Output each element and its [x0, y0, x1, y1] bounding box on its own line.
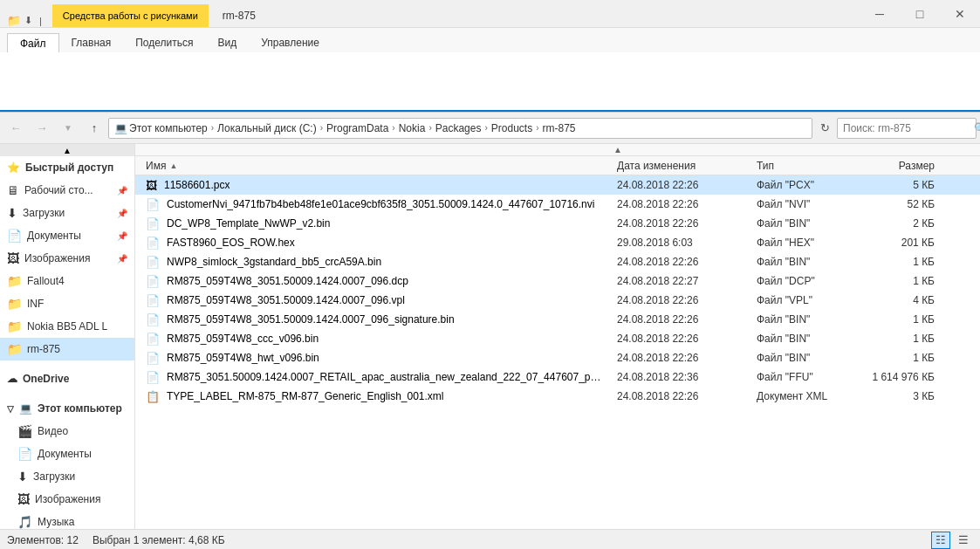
- tab-view[interactable]: Вид: [205, 33, 249, 52]
- file-date-cell: 24.08.2018 22:26: [610, 198, 750, 210]
- quick-access-icon: ⬇: [24, 15, 32, 26]
- sidebar-item-documents[interactable]: 📄 Документы 📌: [0, 224, 134, 247]
- file-type-cell: Файл "DCP": [750, 275, 854, 287]
- tab-manage[interactable]: Управление: [249, 33, 332, 52]
- toolbar-sep: |: [39, 16, 42, 26]
- close-button[interactable]: ✕: [940, 0, 980, 28]
- images2-icon: 🖼: [17, 492, 30, 506]
- maximize-button[interactable]: □: [900, 0, 940, 28]
- table-row[interactable]: 📄 FAST8960_EOS_ROW.hex 29.08.2018 6:03 Ф…: [135, 233, 980, 252]
- sidebar-item-desktop[interactable]: 🖥 Рабочий сто... 📌: [0, 179, 134, 202]
- table-row[interactable]: 📄 RM875_059T4W8_hwt_v096.bin 24.08.2018 …: [135, 348, 980, 367]
- tab-picture-tools[interactable]: Средства работы с рисунками: [52, 4, 209, 27]
- onedrive-icon: ☁: [7, 373, 17, 385]
- sort-arrow-up: ▲: [613, 145, 622, 154]
- table-row[interactable]: 📄 RM875_059T4W8_3051.50009.1424.0007_096…: [135, 271, 980, 291]
- sidebar-item-downloads2[interactable]: ⬇ Загрузки: [0, 465, 134, 488]
- col-header-name[interactable]: Имя ▲: [139, 160, 610, 172]
- table-row[interactable]: 📄 RM875_059T4W8_3051.50009.1424.0007_096…: [135, 291, 980, 310]
- file-name-cell: 📄 DC_WP8_Template_NwWP_v2.bin: [139, 217, 610, 230]
- table-row[interactable]: 📄 RM875_059T4W8_ccc_v096.bin 24.08.2018 …: [135, 329, 980, 348]
- file-type-cell: Файл "BIN": [750, 313, 854, 326]
- sidebar-item-nokia[interactable]: 📁 Nokia BB5 ADL L: [0, 315, 134, 338]
- file-name-cell: 📄 FAST8960_EOS_ROW.hex: [139, 237, 610, 250]
- file-date-cell: 24.08.2018 22:27: [610, 275, 750, 287]
- file-name-cell: 📄 RM875_059T4W8_3051.50009.1424.0007_096…: [139, 313, 610, 326]
- file-icon: 📄: [146, 371, 160, 384]
- recent-button[interactable]: ▼: [56, 117, 80, 140]
- file-name-cell: 📄 RM875_059T4W8_ccc_v096.bin: [139, 333, 610, 346]
- table-row[interactable]: 📄 DC_WP8_Template_NwWP_v2.bin 24.08.2018…: [135, 214, 980, 233]
- tab-share[interactable]: Поделиться: [123, 33, 205, 52]
- col-header-date[interactable]: Дата изменения: [610, 160, 750, 172]
- window-icon: 📁: [7, 14, 21, 27]
- sidebar-item-fallout[interactable]: 📁 Fallout4: [0, 270, 134, 292]
- status-item-count: Элементов: 12: [7, 534, 79, 546]
- file-name-text: 11586601.pcx: [164, 179, 230, 191]
- file-name-cell: 📋 TYPE_LABEL_RM-875_RM-877_Generic_Engli…: [139, 390, 610, 403]
- status-bar: Элементов: 12 Выбран 1 элемент: 4,68 КБ …: [0, 529, 980, 549]
- address-products: Products: [491, 122, 532, 134]
- file-size-cell: 4 КБ: [854, 294, 942, 306]
- back-button[interactable]: ←: [3, 117, 28, 140]
- minimize-button[interactable]: ─: [860, 0, 900, 28]
- up-button[interactable]: ↑: [82, 117, 106, 140]
- address-bar[interactable]: 💻 Этот компьютер › Локальный диск (C:) ›…: [108, 118, 812, 139]
- file-date-cell: 24.08.2018 22:26: [610, 294, 750, 306]
- file-icon: 📄: [146, 237, 160, 250]
- file-date-cell: 24.08.2018 22:26: [610, 217, 750, 230]
- sidebar-label-images: Изображения: [24, 252, 112, 264]
- forward-button[interactable]: →: [30, 117, 54, 140]
- sidebar-item-video[interactable]: 🎬 Видео: [0, 420, 134, 443]
- sidebar-onedrive[interactable]: ☁ OneDrive: [0, 367, 134, 390]
- sidebar-item-rm875[interactable]: 📁 rm-875: [0, 338, 134, 360]
- file-size-cell: 3 КБ: [854, 390, 942, 402]
- refresh-button[interactable]: ↻: [814, 118, 835, 139]
- table-row[interactable]: 🖼 11586601.pcx 24.08.2018 22:26 Файл "PC…: [135, 175, 980, 195]
- expand-icon: ▽: [7, 404, 14, 414]
- col-header-size[interactable]: Размер: [854, 160, 942, 172]
- status-selected-info: Выбран 1 элемент: 4,68 КБ: [93, 534, 225, 546]
- file-size-cell: 201 КБ: [854, 237, 942, 249]
- file-size-cell: 1 КБ: [854, 313, 942, 326]
- file-type-cell: Файл "PCX": [750, 179, 854, 191]
- sidebar-spacer2: [0, 390, 134, 397]
- table-row[interactable]: 📄 NWP8_simlock_3gstandard_bb5_crcA59A.bi…: [135, 252, 980, 271]
- table-row[interactable]: 📄 RM875_3051.50009.1424.0007_RETAIL_apac…: [135, 367, 980, 387]
- table-row[interactable]: 📄 CustomerNvi_9471fb7b4beb48fe1e01ace9cb…: [135, 195, 980, 214]
- sidebar-item-music[interactable]: 🎵 Музыка: [0, 511, 134, 529]
- sidebar-item-images2[interactable]: 🖼 Изображения: [0, 488, 134, 511]
- sidebar-label-desktop: Рабочий сто...: [24, 184, 112, 196]
- chevron-2: ›: [320, 123, 323, 133]
- pin-icon: 📌: [117, 186, 127, 196]
- view-details-btn[interactable]: ☰: [954, 532, 973, 549]
- view-list-btn[interactable]: ☷: [931, 532, 950, 549]
- col-header-type[interactable]: Тип: [750, 160, 854, 172]
- search-box[interactable]: 🔍: [837, 118, 977, 139]
- ribbon-placeholder: [7, 52, 973, 110]
- file-icon: 🖼: [146, 179, 157, 192]
- file-icon: 📋: [146, 390, 160, 403]
- sidebar-this-computer[interactable]: ▽ 💻 Этот компьютер: [0, 397, 134, 420]
- file-icon: 📄: [146, 294, 160, 307]
- tab-home[interactable]: Главная: [59, 33, 124, 52]
- sidebar-scroll-up[interactable]: ▲: [0, 144, 134, 156]
- file-size-cell: 1 КБ: [854, 352, 942, 364]
- sidebar-item-downloads[interactable]: ⬇ Загрузки 📌: [0, 202, 134, 224]
- table-row[interactable]: 📋 TYPE_LABEL_RM-875_RM-877_Generic_Engli…: [135, 387, 980, 406]
- chevron-1: ›: [211, 123, 214, 133]
- address-programdata: ProgramData: [326, 122, 388, 134]
- sidebar-item-documents2[interactable]: 📄 Документы: [0, 443, 134, 465]
- table-row[interactable]: 📄 RM875_059T4W8_3051.50009.1424.0007_096…: [135, 310, 980, 329]
- sidebar-item-inf[interactable]: 📁 INF: [0, 292, 134, 315]
- pc-icon: 💻: [114, 122, 127, 134]
- file-type-cell: Файл "BIN": [750, 217, 854, 230]
- quick-access-label: Быстрый доступ: [25, 161, 113, 174]
- sidebar-item-images[interactable]: 🖼 Изображения 📌: [0, 247, 134, 270]
- address-nokia: Nokia: [399, 122, 426, 134]
- search-input[interactable]: [843, 122, 974, 134]
- file-name-cell: 📄 RM875_059T4W8_3051.50009.1424.0007_096…: [139, 294, 610, 307]
- file-name-text: RM875_3051.50009.1424.0007_RETAIL_apac_a…: [167, 371, 603, 383]
- sidebar-quick-access[interactable]: ⭐ Быстрый доступ: [0, 156, 134, 179]
- tab-file[interactable]: Файл: [7, 33, 59, 52]
